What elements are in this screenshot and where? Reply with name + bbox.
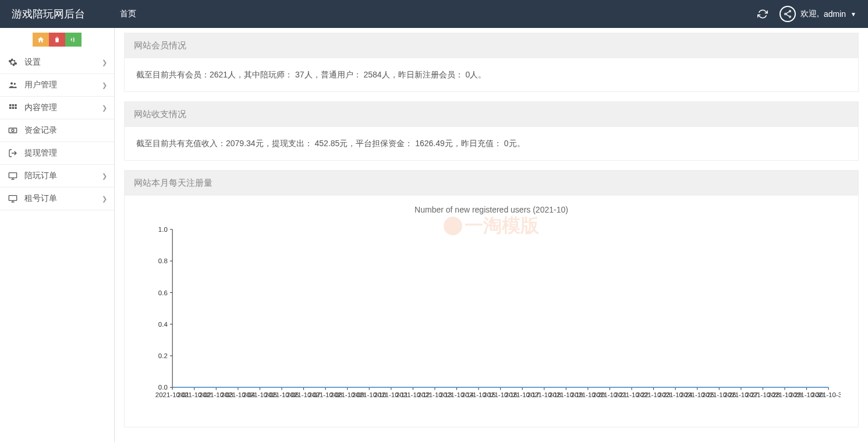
svg-text:0.0: 0.0: [158, 384, 168, 391]
grid-icon: [7, 103, 19, 112]
sidebar-item-label: 提现管理: [24, 148, 107, 158]
trash-button[interactable]: [49, 33, 65, 47]
sidebar-item-label: 内容管理: [24, 102, 102, 113]
coach-count: 37: [295, 70, 304, 79]
svg-point-5: [10, 82, 13, 84]
money-icon: [7, 126, 19, 135]
sidebar-item-5[interactable]: 陪玩订单❯: [0, 165, 114, 188]
gear-icon: [7, 58, 19, 67]
normal-count: 2584: [364, 70, 382, 79]
svg-point-1: [785, 13, 786, 15]
home-button[interactable]: [33, 33, 49, 47]
svg-rect-9: [15, 104, 16, 106]
chevron-right-icon: ❯: [102, 172, 107, 180]
main-content: 网站会员情况 截至目前共有会员：2621人，其中陪玩师： 37人，普通用户： 2…: [115, 28, 868, 442]
sidebar-item-label: 设置: [24, 57, 102, 68]
chart-area: Number of new registered users (2021-10)…: [125, 196, 858, 427]
total-members: 2621: [210, 70, 228, 79]
svg-line-4: [786, 15, 789, 16]
svg-text:2021-10-31: 2021-10-31: [812, 391, 841, 398]
sidebar-item-3[interactable]: 资金记录: [0, 119, 114, 142]
sidebar-item-1[interactable]: 用户管理❯: [0, 74, 114, 97]
svg-rect-11: [12, 107, 14, 109]
monitor-icon: [7, 194, 19, 203]
chevron-right-icon: ❯: [102, 195, 107, 203]
member-panel-title: 网站会员情况: [125, 33, 858, 58]
sidebar-item-4[interactable]: 提现管理: [0, 142, 114, 165]
monitor-icon: [7, 171, 19, 181]
svg-point-2: [789, 16, 791, 17]
svg-rect-10: [9, 107, 11, 109]
user-menu[interactable]: 欢迎, admin ▼: [780, 6, 856, 22]
member-panel-body: 截至目前共有会员：2621人，其中陪玩师： 37人，普通用户： 2584人，昨日…: [125, 58, 858, 91]
svg-line-3: [786, 12, 789, 13]
share-circle-icon: [780, 6, 796, 22]
svg-rect-13: [9, 128, 16, 133]
guarantee-fund: 1626.49: [415, 139, 445, 148]
recharge-income: 2079.34: [226, 139, 256, 148]
svg-rect-12: [15, 107, 16, 109]
header-right: 欢迎, admin ▼: [757, 6, 856, 22]
header-nav: 首页: [120, 9, 757, 19]
app-header: 游戏陪玩网后台 首页 欢迎, admin ▼: [0, 0, 868, 28]
svg-text:0.6: 0.6: [158, 289, 168, 296]
chevron-right-icon: ❯: [102, 82, 107, 89]
sidebar-item-label: 租号订单: [24, 193, 102, 204]
sidebar-item-6[interactable]: 租号订单❯: [0, 188, 114, 210]
sidebar-item-label: 陪玩订单: [24, 171, 102, 181]
username: admin: [824, 9, 846, 19]
sidebar-item-label: 用户管理: [24, 80, 102, 90]
nav-home[interactable]: 首页: [120, 9, 136, 18]
svg-text:0.2: 0.2: [158, 353, 168, 360]
sidebar-item-2[interactable]: 内容管理❯: [0, 97, 114, 119]
refresh-icon[interactable]: [757, 9, 768, 19]
svg-rect-15: [9, 173, 16, 178]
svg-point-14: [12, 129, 14, 132]
withdraw-expense: 452.85: [315, 139, 340, 148]
chart-panel-title: 网站本月每天注册量: [125, 171, 858, 196]
welcome-text: 欢迎,: [800, 9, 819, 19]
svg-rect-7: [9, 104, 11, 106]
svg-point-6: [14, 83, 16, 84]
sidebar-item-0[interactable]: 设置❯: [0, 51, 114, 74]
finance-panel-title: 网站收支情况: [125, 102, 858, 127]
registration-chart: 0.00.20.40.60.81.02021-10-012021-10-0220…: [142, 221, 841, 408]
finance-panel: 网站收支情况 截至目前共有充值收入：2079.34元，提现支出： 452.85元…: [124, 101, 859, 161]
app-title: 游戏陪玩网后台: [12, 7, 85, 21]
chart-title: Number of new registered users (2021-10): [142, 205, 841, 214]
chevron-right-icon: ❯: [102, 59, 107, 66]
member-panel: 网站会员情况 截至目前共有会员：2621人，其中陪玩师： 37人，普通用户： 2…: [124, 33, 859, 92]
caret-down-icon: ▼: [851, 11, 856, 17]
sidebar-toolbar: [0, 28, 114, 51]
recycle-button[interactable]: [65, 33, 82, 47]
svg-rect-18: [9, 196, 16, 201]
users-icon: [7, 80, 19, 90]
svg-rect-8: [12, 104, 14, 106]
svg-point-0: [789, 10, 791, 12]
yesterday-recharge: 0: [504, 139, 509, 148]
chevron-right-icon: ❯: [102, 104, 107, 112]
chart-panel: 网站本月每天注册量 Number of new registered users…: [124, 170, 859, 427]
svg-text:1.0: 1.0: [158, 226, 168, 233]
svg-text:0.8: 0.8: [158, 258, 168, 265]
svg-text:0.4: 0.4: [158, 321, 168, 328]
signout-icon: [7, 148, 19, 158]
finance-panel-body: 截至目前共有充值收入：2079.34元，提现支出： 452.85元，平台担保资金…: [125, 127, 858, 160]
sidebar: 设置❯用户管理❯内容管理❯资金记录提现管理陪玩订单❯租号订单❯: [0, 28, 115, 442]
sidebar-item-label: 资金记录: [24, 125, 107, 136]
